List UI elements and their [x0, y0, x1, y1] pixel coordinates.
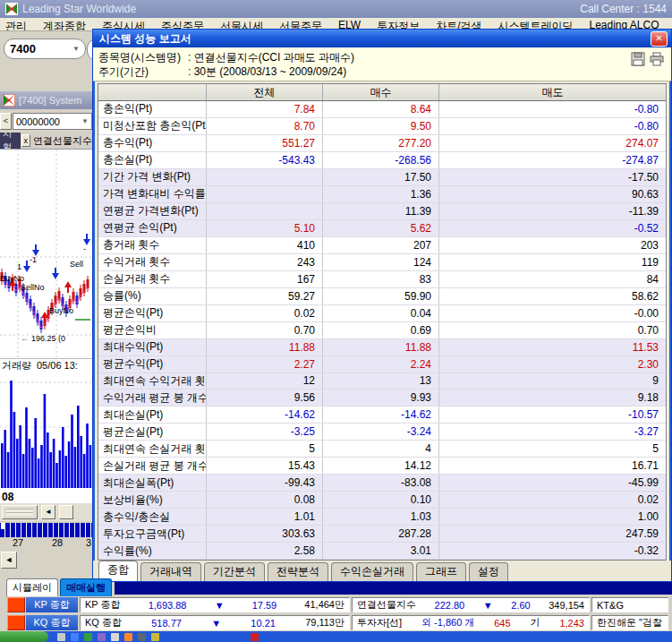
row-label: 연평균 가격변화(Pt)	[98, 203, 206, 219]
dialog-tab-7[interactable]: 설정	[469, 562, 508, 581]
status-panel: KT&G	[591, 597, 668, 612]
table-row[interactable]: 평균손실(Pt)-3.25-3.24-3.27	[98, 424, 666, 441]
row-value: 0.70	[206, 322, 322, 338]
tray-icon[interactable]	[57, 633, 65, 641]
tray-icon[interactable]	[98, 633, 106, 641]
table-row[interactable]: 평균손익비0.700.690.70	[98, 322, 666, 339]
tray-icon[interactable]	[151, 633, 159, 641]
table-row[interactable]: 수익률(%)2.583.01-0.32	[98, 543, 666, 560]
row-value: 1.01	[206, 509, 322, 525]
row-value: 247.59	[438, 526, 666, 542]
chevron-down-icon[interactable]: ▼	[72, 45, 80, 53]
save-icon[interactable]	[631, 52, 645, 66]
close-icon[interactable]: ✕	[651, 31, 668, 47]
system-performance-report-dialog: 시스템 성능 보고서 ✕ 종목명(시스템명) : 연결선물지수(CCI 과매도 …	[92, 29, 672, 582]
row-value: 2.27	[206, 356, 322, 372]
back-button[interactable]: <	[0, 113, 12, 130]
table-row[interactable]: 평균손익(Pt)0.020.04-0.00	[98, 305, 666, 322]
table-row[interactable]: 수익거래 횟수243124119	[98, 254, 666, 271]
table-row[interactable]: 총거래 횟수410207203	[98, 237, 666, 254]
table-row[interactable]: 총수익/총손실1.011.031.00	[98, 509, 666, 526]
timeline-ruler[interactable]	[0, 523, 92, 537]
chart-mode-tab[interactable]: 시험	[0, 133, 21, 149]
market-select-button[interactable]: KQ 종합	[26, 615, 78, 630]
menu-item[interactable]: 관리	[5, 19, 27, 31]
call-center-label: Call Center : 1544	[580, 3, 667, 15]
table-row[interactable]: 보상비율(%)0.080.100.02	[98, 492, 666, 509]
table-row[interactable]: 연평균 손익(Pt)5.105.62-0.52	[98, 220, 666, 237]
left-chart-panel: 7400 ▼ [7400] System < 00000000 ▼ 시험 x 연…	[0, 31, 92, 582]
table-row[interactable]: 총손익(Pt)7.848.64-0.80	[98, 101, 666, 118]
status-panel: 한진해운 "검찰	[591, 615, 668, 630]
table-row[interactable]: 평균수익(Pt)2.272.242.30	[98, 356, 666, 373]
dialog-title-bar[interactable]: 시스템 성능 보고서 ✕	[93, 30, 671, 47]
row-label: 손실거래 횟수	[98, 271, 206, 287]
tray-icon[interactable]	[84, 633, 92, 641]
volume-chart[interactable]	[0, 372, 92, 488]
table-row[interactable]: 손실거래 횟수1678384	[98, 271, 666, 288]
row-value: 5	[206, 441, 322, 457]
row-value: 17.50	[322, 169, 438, 185]
row-value: 58.62	[438, 288, 666, 304]
tray-icon[interactable]	[124, 633, 132, 641]
tab-simulation[interactable]: 시뮬레이	[6, 578, 58, 596]
table-row[interactable]: 승률(%)59.2759.9058.62	[98, 288, 666, 305]
status-row: KP 종합KP 종합1,693.88▼17.5941,464만연결선물지수222…	[0, 596, 672, 613]
table-row[interactable]: 투자요구금액(Pt)303.63287.28247.59	[98, 526, 666, 543]
row-value: 1.03	[322, 509, 438, 525]
table-row[interactable]: 총수익(Pt)551.27277.20274.07	[98, 135, 666, 152]
status-value: ▼	[211, 618, 221, 629]
chart-window-icon	[3, 94, 15, 107]
time-axis-label: 08	[2, 491, 13, 503]
table-row[interactable]: 기간 가격 변화(Pt)17.50-17.50	[98, 169, 666, 186]
row-value: 1.00	[438, 509, 666, 525]
scroll-left-icon[interactable]: ◄	[41, 505, 55, 519]
tray-icon-alert[interactable]	[251, 633, 259, 641]
account-combo[interactable]: 00000000 ▼	[13, 113, 92, 130]
table-header-cell[interactable]: 매도	[438, 84, 666, 100]
row-value: -83.08	[322, 475, 438, 491]
table-row[interactable]: 최대연속 손실거래 횟수545	[98, 441, 666, 458]
table-row[interactable]: 최대수익(Pt)11.8811.8811.53	[98, 339, 666, 356]
price-chart[interactable]: 1 -1 Sell BuyNo SellNo BuyNo ← 196.25 (0…	[0, 149, 92, 359]
dialog-tab-3[interactable]: 기간분석	[204, 562, 265, 581]
table-header-cell[interactable]: 매수	[322, 84, 438, 100]
tray-icon[interactable]	[111, 633, 119, 641]
row-value: 7.84	[206, 101, 322, 117]
market-select-button[interactable]: KP 종합	[26, 597, 78, 612]
row-value: 12	[206, 373, 322, 389]
scrollbar-thumb[interactable]	[2, 505, 38, 519]
dialog-info-panel: 종목명(시스템명) : 연결선물지수(CCI 과매도 과매수) 주기(기간) :…	[93, 47, 671, 81]
tray-icon[interactable]	[71, 633, 79, 641]
table-row[interactable]: 연평균 가격변화(Pt)11.39-11.39	[98, 203, 666, 220]
chart-scrollbar[interactable]: ◄	[0, 503, 92, 521]
print-icon[interactable]	[650, 52, 664, 66]
menu-item[interactable]: 계좌종합	[43, 19, 86, 31]
dialog-tab-5[interactable]: 수익손실거래	[331, 562, 413, 581]
chart-window-title-bar[interactable]: [7400] System	[0, 91, 92, 109]
row-value: -10.57	[438, 407, 666, 423]
dialog-tab-6[interactable]: 그래프	[416, 562, 466, 581]
close-chart-button[interactable]: x	[21, 134, 30, 147]
start-button[interactable]	[0, 631, 48, 642]
table-row[interactable]: 최대손실폭(Pt)-99.43-83.08-45.99	[98, 475, 666, 492]
table-row[interactable]: 미청산포함 총손익(Pt)8.709.50-0.80	[98, 118, 666, 135]
table-row[interactable]: 수익거래 평균 봉 개수9.569.939.18	[98, 389, 666, 407]
table-row[interactable]: 손실거래 평균 봉 개수15.4314.1216.71	[98, 458, 666, 475]
tab-trade-execution[interactable]: 매매실행	[60, 578, 112, 596]
row-value: 2.58	[206, 543, 322, 559]
row-value: 0.10	[322, 492, 438, 508]
tray-icon[interactable]	[138, 633, 146, 641]
chevron-down-icon[interactable]: ▼	[81, 117, 89, 125]
table-row[interactable]: 총손실(Pt)-543.43-268.56-274.87	[98, 152, 666, 169]
pan-left-button[interactable]: ◄	[1, 552, 17, 569]
dialog-tab-4[interactable]: 전략분석	[268, 562, 328, 581]
screen-number-combo[interactable]: 7400 ▼	[4, 39, 86, 59]
table-header-cell[interactable]: 전체	[206, 84, 322, 100]
scroll-page-button[interactable]	[59, 505, 73, 519]
table-row[interactable]: 최대손실(Pt)-14.62-14.62-10.57	[98, 407, 666, 424]
table-row[interactable]: 최대연속 수익거래 횟수12139	[98, 373, 666, 390]
table-row[interactable]: 가격 변화대비 수익률(%)1.3690.63	[98, 186, 666, 203]
dialog-tab-2[interactable]: 거래내역	[140, 562, 201, 581]
table-header-cell[interactable]	[98, 84, 206, 100]
